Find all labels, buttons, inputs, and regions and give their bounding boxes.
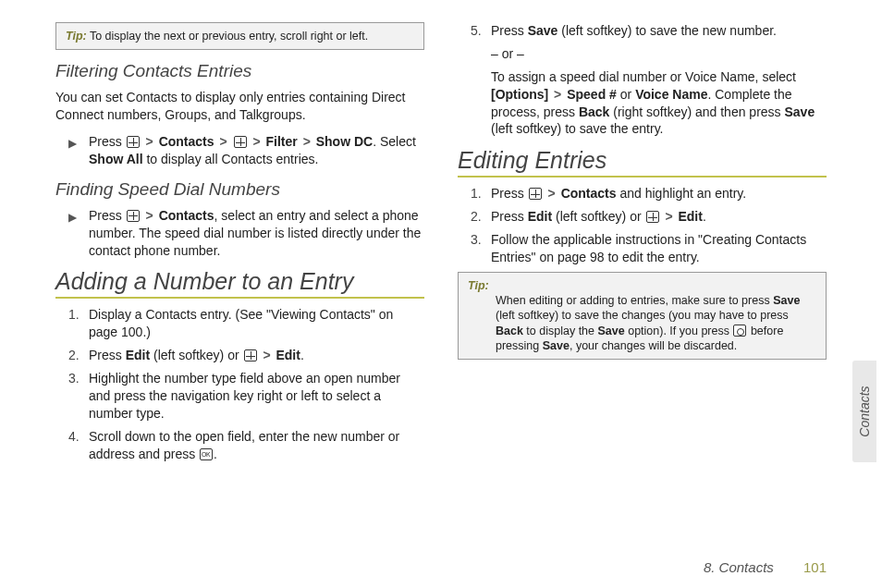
heading-finding: Finding Speed Dial Numbers (55, 179, 424, 200)
adding-step-5: 5. Press Save (left softkey) to save the… (471, 22, 827, 40)
adding-or: – or – (491, 45, 827, 63)
gt-icon: > (554, 87, 561, 102)
gt-icon: > (146, 208, 153, 223)
menu-icon (127, 136, 140, 148)
footer-page-number: 101 (803, 559, 827, 575)
heading-filtering: Filtering Contacts Entries (55, 61, 424, 81)
gt-icon: > (548, 186, 556, 201)
filtering-step-content: Press > Contacts > > Filter > Show DC. S… (89, 133, 424, 168)
side-tab-label: Contacts (857, 386, 872, 436)
tip-box-scroll: Tip: To display the next or previous ent… (55, 22, 424, 50)
footer-chapter: 8. Contacts (704, 559, 774, 575)
adding-step-4: 4. Scroll down to the open field, enter … (68, 428, 424, 463)
side-tab-contacts: Contacts (852, 361, 876, 462)
tip-text: To display the next or previous entry, s… (90, 30, 368, 43)
filtering-step: ▶ Press > Contacts > > Filter > Show DC.… (55, 133, 424, 168)
end-icon (733, 325, 746, 337)
tip-box-save: Tip: When editing or adding to entries, … (458, 272, 827, 360)
menu-icon (244, 349, 257, 361)
page-content: Tip: To display the next or previous ent… (0, 0, 882, 518)
gt-icon: > (219, 134, 227, 149)
adding-step-1: 1. Display a Contacts entry. (See "Viewi… (68, 306, 424, 341)
menu-icon (127, 210, 140, 222)
menu-icon (529, 188, 542, 200)
menu-icon (646, 211, 659, 223)
editing-step-2: 2. Press Edit (left softkey) or > Edit. (471, 208, 827, 226)
menu-icon (234, 136, 247, 148)
adding-step-3: 3. Highlight the number type field above… (68, 370, 424, 423)
tip-label: Tip: (66, 30, 87, 43)
gt-icon: > (263, 348, 270, 362)
heading-adding: Adding a Number to an Entry (55, 268, 424, 299)
filtering-intro: You can set Contacts to display only ent… (55, 89, 424, 124)
gt-icon: > (303, 134, 311, 149)
adding-assign: To assign a speed dial number or Voice N… (491, 68, 827, 139)
tip2-text: When editing or adding to entries, make … (496, 293, 816, 353)
gt-icon: > (146, 134, 153, 149)
page-footer: 8. Contacts 101 (704, 559, 827, 575)
ok-icon (200, 448, 213, 460)
gt-icon: > (665, 209, 672, 224)
editing-steps: 1. Press > Contacts and highlight an ent… (458, 185, 827, 266)
editing-step-3: 3. Follow the applicable instructions in… (471, 231, 827, 266)
bullet-marker: ▶ (68, 133, 89, 168)
heading-editing: Editing Entries (458, 147, 827, 178)
adding-step-2: 2. Press Edit (left softkey) or > Edit. (68, 347, 424, 364)
gt-icon: > (252, 134, 260, 149)
finding-step-content: Press > Contacts, select an entry and se… (89, 207, 424, 260)
finding-step: ▶ Press > Contacts, select an entry and … (55, 207, 424, 260)
editing-step-1: 1. Press > Contacts and highlight an ent… (471, 185, 827, 202)
tip-label: Tip: (468, 279, 489, 292)
bullet-marker: ▶ (68, 207, 89, 260)
